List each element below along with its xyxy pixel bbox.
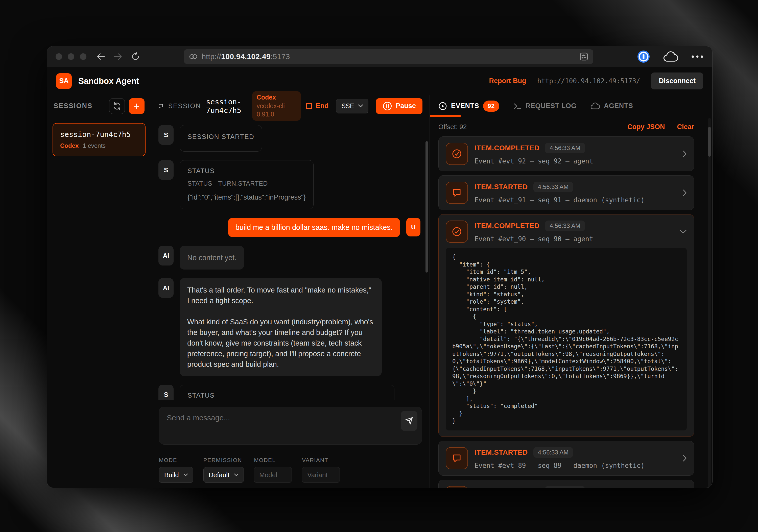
report-bug-link[interactable]: Report Bug [489, 77, 526, 85]
message-list: S SESSION STARTED S STATUS STATUS - TURN… [151, 117, 430, 400]
minimize-button[interactable] [68, 53, 74, 60]
item-completed-icon [446, 143, 468, 165]
status-message: S SESSION STARTED [158, 125, 421, 151]
transport-select[interactable]: SSE [336, 99, 368, 114]
address-bar[interactable]: http://100.94.102.49:5173 [184, 49, 593, 64]
event-card-expanded[interactable]: ITEM.COMPLETED4:56:33 AM Event #evt_90 —… [438, 214, 694, 437]
item-started-icon [446, 182, 468, 204]
server-url: http://100.94.102.49:5173/ [537, 77, 640, 85]
session-name: session-7un4c7h5 [60, 130, 138, 139]
chevron-right-icon [683, 455, 687, 462]
session-panel: SESSION session-7un4c7h5 Codex vcodex-cl… [151, 95, 430, 488]
url-text: http://100.94.102.49:5173 [202, 52, 575, 61]
tab-events[interactable]: EVENTS 92 [438, 101, 499, 112]
refresh-sessions-button[interactable] [109, 98, 125, 114]
variant-label: VARIANT [302, 457, 340, 464]
disconnect-button[interactable]: Disconnect [651, 73, 703, 89]
assistant-bubble: That's a tall order. To move fast and "m… [180, 278, 382, 376]
chevron-down-icon [358, 104, 363, 108]
user-bubble: build me a billion dollar saas. make no … [228, 218, 400, 237]
event-card[interactable]: ITEM.STARTED4:56:33 AM Event #evt_89 — s… [438, 441, 694, 476]
event-card[interactable]: ITEM.STARTED4:56:33 AM Event #evt_91 — s… [438, 175, 694, 210]
event-json-payload: { "item": { "item_id": "itm_5", "native_… [446, 248, 687, 430]
zoom-button[interactable] [80, 53, 86, 60]
session-meta: Codex1 events [60, 142, 138, 149]
assistant-message: AI That's a tall order. To move fast and… [158, 278, 421, 376]
pause-circle-icon [383, 101, 392, 111]
status-message: S STATUS STATUS - THREAD.TOKEN_USAGE.UPD… [158, 385, 421, 400]
reload-button[interactable] [131, 52, 140, 61]
chevron-right-icon [683, 189, 687, 196]
forward-button[interactable] [114, 53, 122, 60]
session-header-name: session-7un4c7h5 [206, 97, 247, 115]
event-time: 4:56:33 AM [545, 143, 585, 153]
events-list: ITEM.COMPLETED4:56:33 AM Event #evt_92 —… [430, 135, 712, 488]
messages-scrollbar[interactable] [426, 141, 428, 273]
reader-settings-icon[interactable] [580, 52, 588, 61]
system-avatar: S [158, 160, 174, 180]
link-icon [189, 53, 197, 60]
status-bubble: SESSION STARTED [180, 125, 262, 151]
end-session-button[interactable]: End [306, 102, 328, 110]
event-time: 4:56:33 AM [534, 447, 573, 458]
item-started-icon [446, 447, 468, 469]
permission-select[interactable]: Default [203, 467, 244, 483]
item-completed-icon [446, 220, 468, 243]
session-label: SESSION [168, 102, 201, 110]
browser-window: http://100.94.102.49:5173 SA Sandbox Age… [47, 46, 712, 488]
tab-request-log[interactable]: REQUEST LOG [513, 102, 576, 110]
clear-events-button[interactable]: Clear [677, 123, 694, 131]
refresh-icon [113, 102, 121, 110]
app-header: SA Sandbox Agent Report Bug http://100.9… [47, 67, 712, 95]
event-time: 4:56:33 AM [545, 486, 585, 488]
new-session-button[interactable]: + [129, 98, 145, 114]
message-input[interactable] [159, 407, 422, 445]
stop-square-icon [306, 103, 312, 109]
app-logo: SA [56, 73, 72, 89]
item-completed-icon [446, 486, 468, 488]
browser-chrome: http://100.94.102.49:5173 [47, 46, 712, 67]
chevron-right-icon [683, 150, 687, 157]
status-bubble: STATUS STATUS - THREAD.TOKEN_USAGE.UPDAT… [180, 385, 395, 400]
variant-input[interactable] [302, 467, 340, 483]
system-avatar: S [158, 125, 174, 145]
pause-button[interactable]: Pause [376, 98, 423, 114]
events-scrollbar-track [708, 118, 711, 488]
model-input[interactable] [254, 467, 292, 483]
mode-select[interactable]: Build [159, 467, 193, 483]
close-button[interactable] [55, 53, 62, 60]
event-card[interactable]: ITEM.COMPLETED4:56:33 AM Event #evt_92 —… [438, 136, 694, 171]
event-card[interactable]: ITEM.COMPLETED4:56:33 AM Event #evt_88 —… [438, 480, 694, 488]
chevron-down-icon [184, 473, 188, 477]
traffic-lights [55, 53, 86, 60]
password-manager-icon[interactable] [637, 50, 650, 63]
model-label: MODEL [254, 457, 292, 464]
events-count-badge: 92 [483, 101, 499, 112]
user-avatar: U [406, 218, 421, 236]
assistant-bubble: No content yet. [180, 246, 244, 270]
session-list-item[interactable]: session-7un4c7h5 Codex1 events [52, 123, 146, 156]
system-avatar: S [158, 385, 174, 400]
user-message: build me a billion dollar saas. make no … [158, 218, 421, 237]
more-menu-icon[interactable] [691, 55, 704, 58]
events-offset: Offset: 92 [438, 123, 467, 131]
cloud-icon[interactable] [663, 51, 678, 62]
back-button[interactable] [96, 53, 105, 60]
permission-label: PERMISSION [203, 457, 244, 464]
sessions-sidebar: SESSIONS + session-7un4c7h5 Codex1 event… [47, 95, 151, 488]
app-title: Sandbox Agent [78, 76, 139, 86]
send-icon [405, 416, 413, 425]
composer: MODE Build PERMISSION Default [151, 400, 430, 488]
play-circle-icon [438, 102, 447, 110]
sessions-title: SESSIONS [53, 102, 105, 110]
event-time: 4:56:33 AM [534, 182, 573, 192]
status-bubble: STATUS STATUS - TURN.STARTED {"id":"0","… [180, 160, 314, 209]
tab-agents[interactable]: AGENTS [591, 102, 633, 110]
events-scrollbar[interactable] [708, 127, 711, 157]
cloud-icon [591, 103, 600, 110]
events-panel: EVENTS 92 REQUEST LOG AGENTS Offset: 92 … [430, 95, 712, 488]
chat-bubble-icon [158, 102, 163, 110]
copy-json-button[interactable]: Copy JSON [627, 123, 665, 131]
send-button[interactable] [401, 411, 417, 431]
chevron-down-icon [234, 473, 238, 477]
